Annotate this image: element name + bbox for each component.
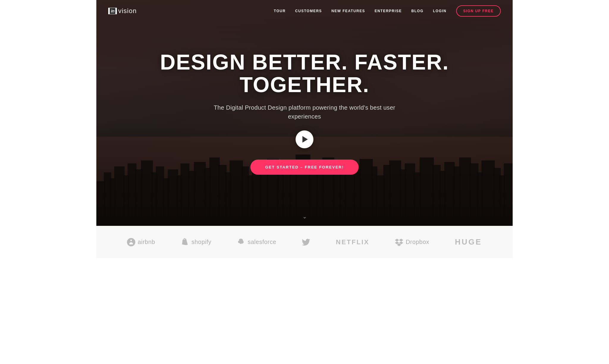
netflix-label: NETFLIX [336, 238, 370, 246]
nav-blog[interactable]: BLOG [411, 9, 423, 13]
nav-customers[interactable]: CUSTOMERS [295, 9, 322, 13]
nav-enterprise[interactable]: ENTERPRISE [375, 9, 402, 13]
logo-netflix: NETFLIX [336, 238, 370, 246]
airbnb-icon [127, 238, 135, 246]
logo-shopify: shopify [181, 238, 211, 246]
svg-rect-4 [114, 166, 125, 226]
dropbox-icon [395, 238, 403, 246]
hero-section: DESIGN BETTER. FASTER. TOGETHER. The Dig… [96, 0, 513, 226]
twitter-icon [302, 238, 310, 246]
logo-dropbox: Dropbox [395, 238, 429, 246]
logo-vision-text: vision [118, 7, 136, 15]
salesforce-label: salesforce [248, 239, 276, 245]
play-button[interactable] [296, 130, 313, 148]
logos-section: airbnb shopify salesforce NETFLIX [96, 226, 513, 258]
svg-rect-12 [168, 169, 178, 226]
nav-new-features[interactable]: NEW FEATURES [332, 9, 365, 13]
scroll-down-indicator[interactable]: ⌄ [302, 213, 307, 220]
logo[interactable]: in vision [108, 7, 137, 15]
logo-huge: HUGE [455, 237, 482, 247]
logo-salesforce: salesforce [237, 238, 276, 246]
hero-subtitle: The Digital Product Design platform powe… [200, 103, 409, 121]
shopify-label: shopify [192, 239, 211, 245]
salesforce-icon [237, 238, 245, 246]
logo-box: in [108, 8, 117, 14]
signup-button[interactable]: SIGN UP FREE [456, 5, 501, 17]
nav-tour[interactable]: TOUR [274, 9, 286, 13]
site-header: in vision TOUR CUSTOMERS NEW FEATURES EN… [96, 0, 513, 22]
shopify-icon [181, 238, 189, 246]
logo-airbnb: airbnb [127, 238, 155, 246]
nav-login[interactable]: LOGIN [433, 9, 447, 13]
main-nav: TOUR CUSTOMERS NEW FEATURES ENTERPRISE B… [274, 5, 501, 17]
logo-twitter [302, 238, 310, 246]
cta-button[interactable]: GET STARTED – FREE FOREVER! [250, 160, 359, 175]
dropbox-label: Dropbox [406, 239, 429, 245]
hero-title: DESIGN BETTER. FASTER. TOGETHER. [102, 51, 507, 96]
hero-content: DESIGN BETTER. FASTER. TOGETHER. The Dig… [102, 51, 507, 175]
huge-label: HUGE [455, 237, 482, 247]
airbnb-label: airbnb [138, 239, 155, 245]
